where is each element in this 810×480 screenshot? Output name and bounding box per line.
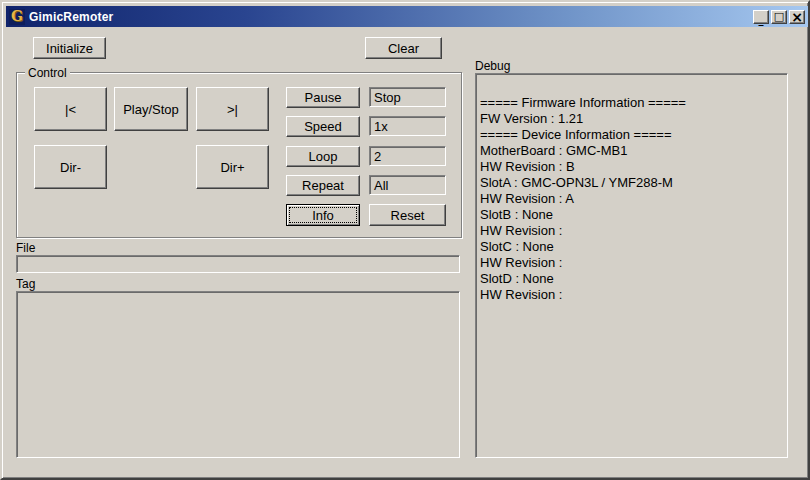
tag-label: Tag bbox=[16, 277, 35, 291]
debug-line: SlotC : None bbox=[480, 239, 783, 255]
maximize-button[interactable]: □ bbox=[771, 10, 787, 24]
repeat-mode-field[interactable]: All bbox=[369, 175, 446, 195]
debug-line: HW Revision : bbox=[480, 287, 783, 303]
debug-line: MotherBoard : GMC-MB1 bbox=[480, 143, 783, 159]
app-window: G GimicRemoter _ □ × Initialize Clear Co… bbox=[0, 0, 810, 480]
speed-value-field[interactable]: 1x bbox=[369, 116, 446, 136]
debug-label: Debug bbox=[475, 59, 510, 73]
window-title: GimicRemoter bbox=[29, 10, 753, 24]
loop-count-field[interactable]: 2 bbox=[369, 146, 446, 166]
minimize-button[interactable]: _ bbox=[753, 10, 769, 24]
debug-line: ===== Firmware Information ===== bbox=[480, 95, 783, 111]
close-button[interactable]: × bbox=[789, 10, 805, 24]
debug-line: HW Revision : B bbox=[480, 159, 783, 175]
initialize-button[interactable]: Initialize bbox=[33, 37, 106, 59]
debug-line: FW Version : 1.21 bbox=[480, 111, 783, 127]
loop-button[interactable]: Loop bbox=[286, 146, 360, 167]
maximize-icon: □ bbox=[774, 11, 784, 22]
debug-text: ===== Firmware Information ===== FW Vers… bbox=[476, 74, 787, 457]
control-group: Control |< Play/Stop >| Dir- Dir+ Pause … bbox=[16, 72, 462, 238]
tag-box[interactable] bbox=[16, 291, 460, 458]
close-icon: × bbox=[791, 11, 803, 23]
dir-plus-button[interactable]: Dir+ bbox=[196, 145, 269, 189]
app-icon[interactable]: G bbox=[9, 9, 25, 25]
control-group-label: Control bbox=[25, 66, 70, 80]
file-path-field[interactable] bbox=[16, 255, 460, 273]
debug-line: HW Revision : A bbox=[480, 191, 783, 207]
debug-line: ===== Device Information ===== bbox=[480, 127, 783, 143]
repeat-button[interactable]: Repeat bbox=[286, 175, 360, 196]
next-track-button[interactable]: >| bbox=[196, 87, 269, 131]
debug-line: SlotA : GMC-OPN3L / YMF288-M bbox=[480, 175, 783, 191]
debug-line: SlotD : None bbox=[480, 271, 783, 287]
reset-button[interactable]: Reset bbox=[369, 204, 446, 226]
titlebar: G GimicRemoter _ □ × bbox=[6, 6, 808, 27]
debug-line: SlotB : None bbox=[480, 207, 783, 223]
minimize-icon: _ bbox=[759, 18, 764, 22]
clear-button[interactable]: Clear bbox=[365, 37, 442, 59]
pause-button[interactable]: Pause bbox=[286, 87, 360, 108]
debug-line: HW Revision : bbox=[480, 255, 783, 271]
file-label: File bbox=[16, 241, 35, 255]
info-button[interactable]: Info bbox=[286, 204, 360, 226]
play-stop-button[interactable]: Play/Stop bbox=[114, 87, 188, 131]
speed-button[interactable]: Speed bbox=[286, 116, 360, 137]
prev-track-button[interactable]: |< bbox=[34, 87, 107, 131]
dir-minus-button[interactable]: Dir- bbox=[34, 145, 107, 189]
debug-line: HW Revision : bbox=[480, 223, 783, 239]
pause-status-field[interactable]: Stop bbox=[369, 87, 446, 107]
caption-buttons: _ □ × bbox=[753, 10, 805, 24]
debug-box[interactable]: ===== Firmware Information ===== FW Vers… bbox=[475, 73, 788, 458]
